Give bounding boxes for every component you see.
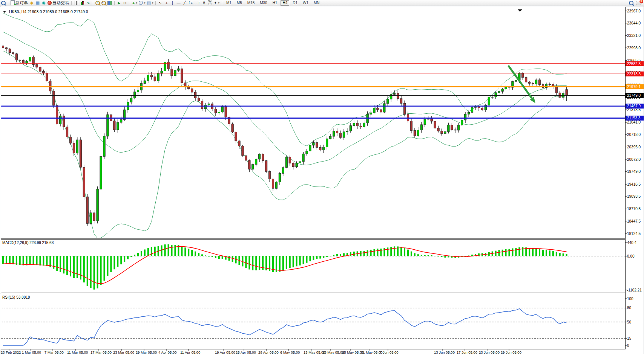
bear-candle: [265, 160, 267, 171]
market-watch-button[interactable]: ▦: [35, 1, 40, 5]
notifications-button[interactable]: 1: [636, 1, 641, 5]
chart-shift-button[interactable]: ↦: [123, 1, 127, 5]
bear-candle: [289, 157, 291, 163]
time-axis-label: 6 May 05:00: [280, 350, 300, 354]
macd-histogram-bar: [417, 254, 419, 256]
shapes-tool-button[interactable]: ✦▾: [214, 1, 219, 5]
bull-candle: [458, 125, 460, 130]
chart-window[interactable]: HK50-,H4 21903.0 21989.0 21605.0 21749.0…: [0, 6, 644, 354]
fibonacci-tool-button[interactable]: fE: [188, 1, 193, 5]
label-tool-button[interactable]: T: [208, 1, 212, 5]
horizontal-line-tool-button[interactable]: —: [176, 1, 181, 5]
bear-candle: [194, 92, 196, 98]
macd-histogram-bar: [154, 247, 156, 256]
text-tool-button[interactable]: A: [202, 1, 206, 5]
bear-candle: [2, 46, 4, 48]
bull-candle: [259, 154, 261, 159]
global-search-button[interactable]: [629, 1, 633, 5]
timeframe-w1[interactable]: W1: [301, 0, 310, 6]
timeframe-m30[interactable]: M30: [258, 0, 269, 6]
bull-candle: [26, 61, 28, 63]
autotrading-button[interactable]: 自动交易: [48, 1, 69, 5]
new-order-button[interactable]: 新订单: [11, 1, 28, 5]
rsi-axis-label: 50: [627, 320, 632, 324]
bull-candle: [76, 140, 78, 153]
macd-histogram-bar: [333, 255, 334, 256]
bear-candle: [80, 140, 81, 167]
bear-candle: [434, 121, 436, 128]
chat-bubble-icon: 1: [636, 1, 641, 5]
macd-histogram-bar: [39, 256, 41, 266]
macd-histogram-bar: [63, 256, 64, 273]
macd-histogram-bar: [212, 256, 213, 257]
signals-button[interactable]: ◉: [41, 1, 46, 5]
timeframe-d1[interactable]: D1: [291, 0, 299, 6]
periods-button[interactable]: ▾: [139, 1, 146, 5]
label-tool-icon: T: [208, 0, 212, 5]
macd-label: MACD(12,26,9) 223.99 215.63: [2, 241, 54, 245]
channels-tool-button[interactable]: ...F: [194, 1, 200, 5]
timeframe-m15[interactable]: M15: [245, 0, 256, 6]
price-label-text: 22313.3: [627, 72, 641, 76]
bull-candle: [498, 92, 500, 93]
chart-shift-icon: ↦: [124, 1, 127, 5]
vertical-line-tool-button[interactable]: |: [170, 1, 175, 5]
macd-histogram-bar: [306, 256, 308, 263]
auto-scroll-button[interactable]: ▶: [117, 1, 121, 5]
indicators-list-button[interactable]: ◆: [29, 1, 34, 5]
bull-candle: [346, 131, 348, 132]
timeframe-m1[interactable]: M1: [224, 0, 233, 6]
bear-candle: [232, 124, 233, 132]
toolbar-right-group: 1: [629, 1, 643, 5]
market-search-button[interactable]: [1, 1, 6, 5]
bull-candle: [329, 136, 331, 139]
cursor-tool-button[interactable]: ↖: [158, 1, 163, 5]
macd-histogram-bar: [147, 248, 149, 256]
macd-histogram-bar: [259, 256, 260, 270]
timeframe-mn[interactable]: MN: [312, 0, 322, 6]
bar-chart-mode-button[interactable]: [74, 1, 78, 5]
macd-histogram-bar: [232, 256, 233, 262]
macd-histogram-bar: [441, 256, 443, 257]
macd-histogram-bar: [137, 253, 139, 256]
bull-candle: [370, 113, 372, 114]
price-axis-label: 23967.0: [627, 9, 641, 13]
bull-candle: [97, 189, 98, 221]
macd-histogram-bar: [228, 256, 230, 261]
zoom-in-button[interactable]: +: [95, 1, 100, 5]
bear-candle: [552, 84, 554, 86]
zoom-out-button[interactable]: -: [101, 1, 106, 5]
crosshair-tool-button[interactable]: ＋: [164, 1, 169, 5]
line-chart-mode-button[interactable]: ∿: [86, 1, 90, 5]
bull-candle: [350, 126, 351, 131]
timeframe-h4-active[interactable]: H4: [281, 0, 289, 6]
candlestick-mode-button[interactable]: [80, 1, 84, 5]
price-line-axis-label: 22313.3: [626, 72, 644, 76]
toolbar-separator: [8, 1, 8, 5]
macd-histogram-bar: [70, 256, 71, 276]
timeframe-h1[interactable]: H1: [271, 0, 279, 6]
bear-candle: [380, 110, 382, 112]
bull-candle: [424, 119, 426, 125]
bull-candle: [313, 143, 314, 145]
add-indicator-icon: +: [132, 1, 135, 5]
price-axis-label: 23644.0: [627, 21, 641, 25]
add-indicator-button[interactable]: +▾: [132, 1, 137, 5]
macd-histogram-bar: [29, 256, 31, 265]
bear-candle: [268, 171, 270, 179]
macd-histogram-bar: [46, 256, 48, 266]
bull-candle: [157, 73, 159, 81]
tile-windows-button[interactable]: [107, 1, 112, 5]
macd-histogram-bar: [509, 249, 510, 256]
cursor-icon: ↖: [159, 1, 162, 5]
bear-candle: [83, 167, 85, 197]
macd-histogram-bar: [255, 256, 257, 270]
trendline-tool-button[interactable]: ╱: [182, 1, 187, 5]
price-axis-label: 19093.5: [627, 194, 641, 198]
price-axis-label: 18124.5: [627, 232, 641, 236]
templates-button[interactable]: ▤▾: [147, 1, 153, 5]
timeframe-m5[interactable]: M5: [235, 0, 244, 6]
hk50-h4-chart[interactable]: HK50-,H4 21903.0 21989.0 21605.0 21749.0…: [0, 6, 644, 354]
macd-histogram-bar: [279, 256, 281, 272]
bull-candle: [296, 163, 297, 167]
